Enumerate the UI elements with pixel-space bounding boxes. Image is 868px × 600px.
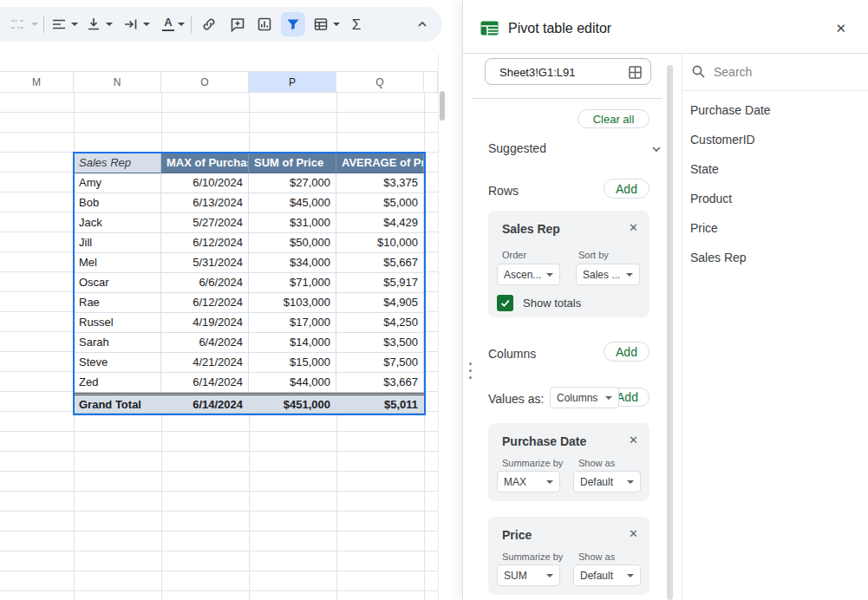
pivot-cell[interactable]: $4,429	[336, 213, 424, 233]
pivot-cell[interactable]: 4/19/2024	[161, 313, 249, 333]
pivot-cell[interactable]: $34,000	[249, 253, 336, 273]
pivot-cell[interactable]: 6/12/2024	[161, 293, 249, 313]
pivot-cell[interactable]: Steve	[74, 353, 161, 373]
card-close-icon[interactable]: ✕	[629, 434, 638, 447]
pivot-cell[interactable]: Jack	[74, 213, 161, 233]
sheet-vertical-scrollbar[interactable]	[438, 54, 445, 600]
pivot-header-cell[interactable]: MAX of Purchas	[161, 153, 249, 173]
insert-chart-button[interactable]	[252, 12, 277, 36]
sheet-scrollbar-thumb[interactable]	[440, 91, 445, 121]
column-header-N[interactable]: N	[74, 72, 161, 92]
horizontal-align-button[interactable]	[47, 12, 71, 36]
create-filter-button[interactable]	[281, 12, 305, 36]
show-as-dropdown[interactable]: Default	[573, 471, 641, 492]
pivot-cell[interactable]: Sarah	[74, 333, 161, 353]
panel-scrollbar-thumb[interactable]	[667, 65, 673, 600]
field-item-purchase-date[interactable]: Purchase Date	[682, 95, 868, 125]
pivot-cell[interactable]: $31,000	[249, 213, 336, 233]
suggested-chevron-down-icon[interactable]	[650, 143, 662, 155]
pivot-cell[interactable]: Rae	[74, 293, 161, 313]
pivot-cell[interactable]: Russel	[74, 313, 161, 333]
range-input[interactable]: Sheet3!G1:L91	[485, 58, 651, 85]
merge-cells-button[interactable]	[5, 12, 29, 36]
pivot-cell[interactable]: $7,500	[336, 353, 424, 373]
pivot-cell[interactable]: 6/4/2024	[161, 333, 249, 353]
card-close-icon[interactable]: ✕	[629, 527, 638, 540]
pivot-cell[interactable]: $3,500	[336, 333, 424, 353]
pivot-cell[interactable]: 6/10/2024	[161, 173, 249, 193]
functions-button[interactable]: Σ	[344, 12, 369, 36]
pivot-cell[interactable]: $5,917	[336, 273, 424, 293]
pivot-cell[interactable]: $14,000	[249, 333, 336, 353]
pivot-cell[interactable]: $71,000	[249, 273, 336, 293]
insert-comment-button[interactable]	[225, 12, 250, 36]
pivot-cell[interactable]: 6/6/2024	[161, 273, 249, 293]
summarize-by-dropdown[interactable]: MAX	[497, 471, 560, 492]
pivot-cell[interactable]: $45,000	[249, 193, 336, 213]
pivot-cell[interactable]: $4,250	[336, 313, 424, 333]
pivot-header-cell[interactable]: SUM of Price	[249, 153, 336, 173]
columns-add-button[interactable]: Add	[604, 342, 649, 362]
pivot-cell[interactable]: $17,000	[249, 313, 336, 333]
pivot-cell[interactable]: 6/12/2024	[161, 233, 249, 253]
field-item-state[interactable]: State	[682, 154, 868, 184]
search-input[interactable]	[714, 61, 861, 83]
pivot-cell[interactable]: Jill	[74, 233, 161, 253]
column-header-P[interactable]: P	[249, 72, 336, 92]
pivot-cell[interactable]: 5/27/2024	[161, 213, 249, 233]
select-data-range-icon[interactable]	[628, 65, 643, 80]
panel-drag-handle[interactable]	[467, 362, 473, 382]
pivot-cell[interactable]: $5,011	[336, 395, 424, 414]
show-as-dropdown[interactable]: Default	[573, 564, 641, 586]
pivot-cell[interactable]: $5,000	[336, 193, 424, 213]
field-item-sales-rep[interactable]: Sales Rep	[682, 243, 868, 272]
pivot-cell[interactable]: $5,667	[336, 253, 424, 273]
pivot-cell[interactable]: Zed	[74, 373, 161, 393]
pivot-cell[interactable]: 4/21/2024	[161, 353, 249, 373]
summarize-by-dropdown[interactable]: SUM	[497, 564, 560, 586]
column-header-M[interactable]: M	[0, 72, 74, 92]
card-close-icon[interactable]: ✕	[629, 221, 638, 234]
order-dropdown[interactable]: Ascen...	[497, 264, 560, 285]
rows-add-button[interactable]: Add	[604, 179, 649, 199]
pivot-cell[interactable]: Bob	[74, 193, 161, 213]
pivot-cell[interactable]: $27,000	[249, 173, 336, 193]
pivot-cell[interactable]: $10,000	[336, 233, 424, 253]
pivot-cell[interactable]: $3,667	[336, 373, 424, 393]
text-wrap-button[interactable]	[119, 12, 143, 36]
values-as-dropdown[interactable]: Columns	[550, 387, 619, 408]
pivot-cell[interactable]: 6/13/2024	[161, 193, 249, 213]
pivot-cell[interactable]: $15,000	[249, 353, 336, 373]
pivot-cell[interactable]: $4,905	[336, 293, 424, 313]
column-header-O[interactable]: O	[161, 72, 249, 92]
field-item-customerid[interactable]: CustomerID	[682, 125, 868, 154]
pivot-header-cell[interactable]: AVERAGE of Pri	[336, 153, 424, 173]
pivot-header-cell[interactable]: Sales Rep	[74, 153, 161, 173]
show-totals-checkbox[interactable]	[497, 295, 513, 311]
pivot-cell[interactable]: $103,000	[249, 293, 336, 313]
pivot-cell[interactable]: Amy	[74, 173, 161, 193]
pivot-cell[interactable]: $50,000	[249, 233, 336, 253]
dropdown-caret-icon	[546, 273, 553, 277]
pivot-cell[interactable]: 6/14/2024	[161, 373, 249, 393]
pivot-cell[interactable]: $3,375	[336, 173, 424, 193]
column-header-Q[interactable]: Q	[336, 72, 424, 92]
panel-close-icon[interactable]: ✕	[835, 21, 846, 36]
collapse-toolbar-button[interactable]	[410, 12, 434, 36]
sort-by-dropdown[interactable]: Sales ...	[576, 264, 640, 285]
field-item-product[interactable]: Product	[682, 184, 868, 213]
pivot-cell[interactable]: $451,000	[249, 395, 336, 414]
column-header-stub[interactable]	[424, 72, 438, 92]
pivot-cell[interactable]: Oscar	[74, 273, 161, 293]
field-item-price[interactable]: Price	[682, 213, 868, 243]
table-views-button[interactable]	[309, 12, 333, 36]
pivot-cell[interactable]: 5/31/2024	[161, 253, 249, 273]
vertical-align-button[interactable]	[82, 12, 106, 36]
pivot-cell[interactable]: Mel	[74, 253, 161, 273]
pivot-cell[interactable]: Grand Total	[74, 395, 161, 414]
text-color-button[interactable]: A	[156, 12, 180, 36]
clear-all-button[interactable]: Clear all	[578, 109, 649, 128]
insert-link-button[interactable]	[197, 12, 221, 36]
pivot-cell[interactable]: $44,000	[249, 373, 336, 393]
pivot-cell[interactable]: 6/14/2024	[161, 395, 249, 414]
